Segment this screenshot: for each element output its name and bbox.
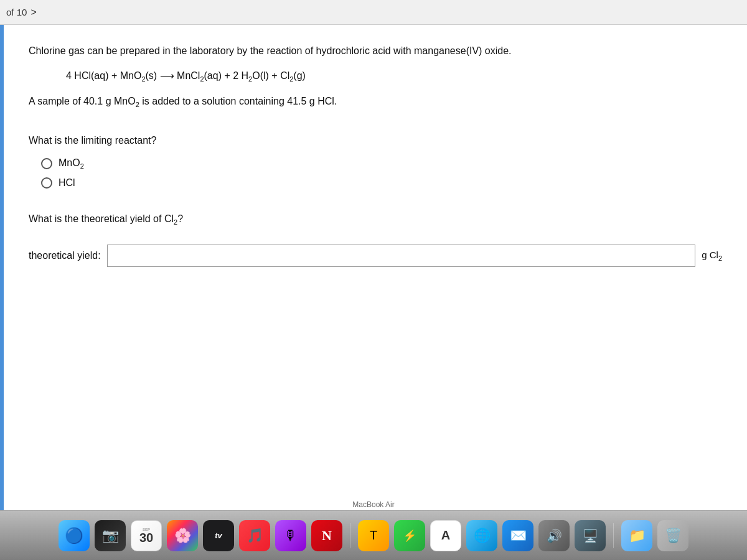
problem-intro: Chlorine gas can be prepared in the labo… bbox=[29, 44, 722, 58]
option-hcl-label: HCl bbox=[59, 177, 75, 189]
dock-podcasts[interactable]: 🎙 bbox=[275, 520, 306, 551]
yield-input-row: theoretical yield: g Cl2 bbox=[29, 245, 722, 267]
dock-notch[interactable]: T bbox=[358, 520, 389, 551]
next-arrow[interactable]: > bbox=[31, 7, 36, 18]
dock-mail[interactable]: ✉️ bbox=[502, 520, 533, 551]
dock-trash[interactable]: 🗑️ bbox=[657, 520, 688, 551]
dock-appletv[interactable]: tv bbox=[203, 520, 234, 551]
option-mno2[interactable]: MnO2 bbox=[41, 157, 722, 170]
yield-unit: g Cl2 bbox=[702, 250, 722, 262]
dock-netflix[interactable]: N bbox=[311, 520, 342, 551]
main-content: Chlorine gas can be prepared in the labo… bbox=[4, 25, 747, 510]
dock-music[interactable]: 🎵 bbox=[239, 520, 270, 551]
dock-slash[interactable]: ⚡ bbox=[394, 520, 425, 551]
dock-safari[interactable]: 🌐 bbox=[466, 520, 497, 551]
dock-divider bbox=[350, 523, 350, 548]
question1-text: What is the limiting reactant? bbox=[29, 135, 722, 146]
dock-calendar-date: 30 bbox=[139, 531, 153, 544]
radio-mno2[interactable] bbox=[41, 158, 52, 169]
question2-text: What is the theoretical yield of Cl2? bbox=[29, 213, 722, 226]
option-mno2-label: MnO2 bbox=[59, 157, 84, 170]
sample-description: A sample of 40.1 g MnO2 is added to a so… bbox=[29, 94, 722, 110]
left-accent-strip bbox=[0, 25, 4, 510]
chemical-equation: 4 HCl(aq) + MnO2(s) ⟶ MnCl2(aq) + 2 H2O(… bbox=[66, 70, 722, 83]
dock-divider2 bbox=[613, 523, 614, 548]
dock-screen[interactable]: 🖥️ bbox=[575, 520, 606, 551]
top-bar: of 10 > bbox=[0, 0, 747, 25]
macbook-label: MacBook Air bbox=[352, 500, 394, 509]
dock-photos[interactable]: 🌸 bbox=[167, 520, 198, 551]
option-hcl[interactable]: HCl bbox=[41, 177, 722, 189]
pagination-text: of 10 bbox=[6, 7, 27, 17]
yield-input[interactable] bbox=[107, 245, 696, 267]
dock-audio[interactable]: 🔊 bbox=[538, 520, 570, 551]
dock: 🔵 📷 SEP 30 🌸 tv 🎵 🎙 N T ⚡ A 🌐 ✉️ 🔊 bbox=[0, 510, 747, 560]
dock-finder[interactable]: 🔵 bbox=[59, 520, 90, 551]
limiting-reactant-options: MnO2 HCl bbox=[41, 157, 722, 189]
yield-label: theoretical yield: bbox=[29, 250, 101, 261]
dock-calendar[interactable]: SEP 30 bbox=[131, 520, 162, 551]
dock-fontbook[interactable]: A bbox=[430, 520, 461, 551]
dock-camera[interactable]: 📷 bbox=[95, 520, 126, 551]
dock-folder[interactable]: 📁 bbox=[621, 520, 652, 551]
yield-section: What is the theoretical yield of Cl2? th… bbox=[29, 213, 722, 267]
radio-hcl[interactable] bbox=[41, 177, 52, 189]
